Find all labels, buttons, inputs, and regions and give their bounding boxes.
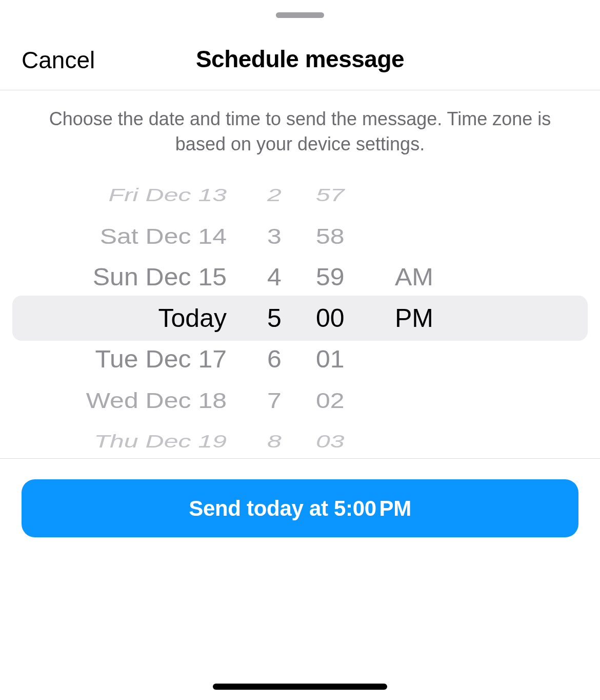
hour-option[interactable]: 6 bbox=[241, 340, 308, 379]
hour-option[interactable]: 4 bbox=[241, 258, 308, 297]
hour-option[interactable]: 7 bbox=[241, 383, 308, 418]
cancel-button[interactable]: Cancel bbox=[22, 46, 95, 74]
minute-wheel[interactable]: 56 57 58 59 00 01 02 03 04 bbox=[308, 162, 390, 475]
datetime-picker: Thu Dec 12 Fri Dec 13 Sat Dec 14 Sun Dec… bbox=[0, 162, 600, 475]
minute-option-selected[interactable]: 00 bbox=[308, 298, 390, 339]
date-option-selected[interactable]: Today bbox=[0, 298, 241, 339]
schedule-message-sheet: Cancel Schedule message Choose the date … bbox=[0, 0, 600, 700]
hour-option[interactable]: 2 bbox=[241, 181, 308, 209]
date-option[interactable]: Sun Dec 15 bbox=[0, 258, 241, 297]
minute-option[interactable]: 57 bbox=[308, 181, 390, 209]
date-wheel[interactable]: Thu Dec 12 Fri Dec 13 Sat Dec 14 Sun Dec… bbox=[0, 162, 241, 475]
minute-option[interactable]: 02 bbox=[308, 383, 390, 418]
hour-option[interactable]: 1 bbox=[241, 162, 308, 164]
date-option[interactable]: Tue Dec 17 bbox=[0, 340, 241, 379]
hour-option[interactable]: 9 bbox=[241, 472, 308, 475]
sheet-header: Cancel Schedule message bbox=[0, 0, 600, 90]
date-option[interactable]: Fri Dec 13 bbox=[0, 181, 241, 209]
sheet-title: Schedule message bbox=[196, 45, 404, 73]
minute-option[interactable]: 04 bbox=[308, 472, 390, 475]
home-indicator[interactable] bbox=[213, 684, 387, 690]
minute-option[interactable]: 03 bbox=[308, 427, 390, 456]
hour-wheel[interactable]: 1 2 3 4 5 6 7 8 9 bbox=[241, 162, 308, 475]
minute-option[interactable]: 01 bbox=[308, 340, 390, 379]
date-option[interactable]: Fri Dec 20 bbox=[0, 472, 241, 475]
date-option[interactable]: Thu Dec 19 bbox=[0, 427, 241, 456]
hour-option-selected[interactable]: 5 bbox=[241, 298, 308, 339]
date-option[interactable]: Sat Dec 14 bbox=[0, 219, 241, 254]
date-option[interactable]: Wed Dec 18 bbox=[0, 383, 241, 418]
hour-option[interactable]: 3 bbox=[241, 219, 308, 254]
period-wheel[interactable]: . . . AM PM . . . . bbox=[390, 162, 477, 475]
instruction-text: Choose the date and time to send the mes… bbox=[0, 90, 600, 157]
minute-option[interactable]: 56 bbox=[308, 162, 390, 164]
date-option[interactable]: Thu Dec 12 bbox=[0, 162, 241, 164]
minute-option[interactable]: 58 bbox=[308, 219, 390, 254]
period-option-selected[interactable]: PM bbox=[390, 298, 477, 339]
send-button[interactable]: Send today at 5:00 PM bbox=[22, 479, 578, 537]
minute-option[interactable]: 59 bbox=[308, 258, 390, 297]
period-option[interactable]: AM bbox=[390, 258, 477, 297]
hour-option[interactable]: 8 bbox=[241, 427, 308, 456]
